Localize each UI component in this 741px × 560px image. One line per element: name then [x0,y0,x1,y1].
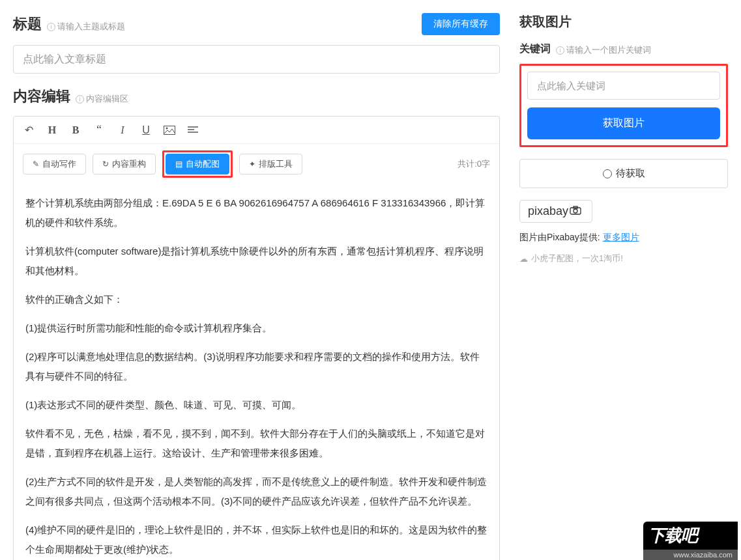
pending-button[interactable]: 待获取 [519,159,728,188]
pencil-icon: ✎ [33,160,39,169]
article-title-input[interactable] [13,45,500,74]
layout-tool-button[interactable]: ✦ 排版工具 [239,154,302,175]
editor-label: 内容编辑 [13,87,70,106]
image-small-icon: ▤ [175,160,182,169]
italic-icon[interactable]: I [117,124,128,136]
content-paragraph: 计算机软件(computer software)是指计算机系统中除硬件以外的所有… [25,242,487,281]
auto-write-button[interactable]: ✎ 自动写作 [23,154,86,175]
bold-icon[interactable]: B [70,124,81,136]
content-paragraph: (4)维护不同的硬件是旧的，理论上软件是旧的，并不坏，但实际上软件也是旧的和坏的… [25,520,487,559]
content-editor[interactable]: 整个计算机系统由两部分组成：E.69DA 5 E 6 BA 9062616964… [14,184,499,560]
svg-point-6 [574,209,577,213]
content-paragraph: (2)生产方式不同的软件是开发，是人类智能的高发挥，而不是传统意义上的硬件制造。… [25,472,487,511]
content-paragraph: 整个计算机系统由两部分组成：E.69DA 5 E 6 BA 9062616964… [25,193,487,232]
content-paragraph: (1)提供运行时所需功能和性能的命令或计算机程序集合。 [25,318,487,338]
underline-icon[interactable]: U [140,124,152,136]
heading-icon[interactable]: H [46,124,58,136]
circle-icon [603,169,612,178]
quote-icon[interactable]: “ [93,123,105,137]
image-icon[interactable] [164,126,175,135]
content-paragraph: 软件的正确含义如下： [25,290,487,309]
auto-image-highlight: ▤ 自动配图 [162,150,233,178]
watermark: 下载吧 www.xiazaiba.com [643,522,738,560]
undo-icon[interactable]: ↶ [23,124,35,136]
pixabay-badge: pixabay [519,200,592,223]
title-label: 标题 [13,14,42,34]
info-icon: i [47,23,55,31]
footer-note: ☁ 小虎子配图，一次1淘币! [519,253,728,264]
editor-hint: i 内容编辑区 [76,93,128,105]
svg-rect-0 [164,126,175,134]
content-paragraph: (1)表达形式不同的硬件类型、颜色、味道、可见、可摸、可闻。 [25,395,487,415]
title-header: 标题 i 请输入主题或标题 清除所有缓存 [13,13,500,35]
info-icon: i [76,95,84,104]
cloud-icon: ☁ [519,254,528,264]
word-count: 共计:0字 [458,158,490,170]
keyword-hint: i 请输入一个图片关键词 [556,44,651,56]
content-paragraph: (2)程序可以满意地处理信息的数据结构。(3)说明程序功能要求和程序需要的文档的… [25,347,487,386]
restructure-button[interactable]: ↻ 内容重构 [93,154,156,175]
image-source-text: 图片由Pixabay提供: 更多图片 [519,232,728,244]
fetch-image-button[interactable]: 获取图片 [527,107,720,139]
wand-icon: ✦ [249,160,255,169]
svg-point-1 [166,127,168,129]
keyword-highlight-box: 获取图片 [519,64,728,147]
more-images-link[interactable]: 更多图片 [603,232,639,242]
editor-header: 内容编辑 i 内容编辑区 [13,87,500,106]
auto-image-button[interactable]: ▤ 自动配图 [166,154,229,175]
align-icon[interactable] [187,126,199,134]
fetch-image-title: 获取图片 [519,13,728,31]
keyword-header: 关键词 i 请输入一个图片关键词 [519,42,728,56]
content-paragraph: 软件看不见，无色，枯燥，看不见，摸不到，闻不到。软件大部分存在于人们的头脑或纸上… [25,424,487,463]
info-icon: i [556,46,564,55]
refresh-icon: ↻ [102,160,109,169]
keyword-label: 关键词 [519,42,551,56]
clear-cache-button[interactable]: 清除所有缓存 [422,13,500,35]
title-hint: i 请输入主题或标题 [47,21,125,33]
editor-toolbar: ↶ H B “ I U ✎ 自动写作 ↻ [13,116,500,560]
keyword-input[interactable] [527,72,720,100]
camera-icon [570,206,584,217]
